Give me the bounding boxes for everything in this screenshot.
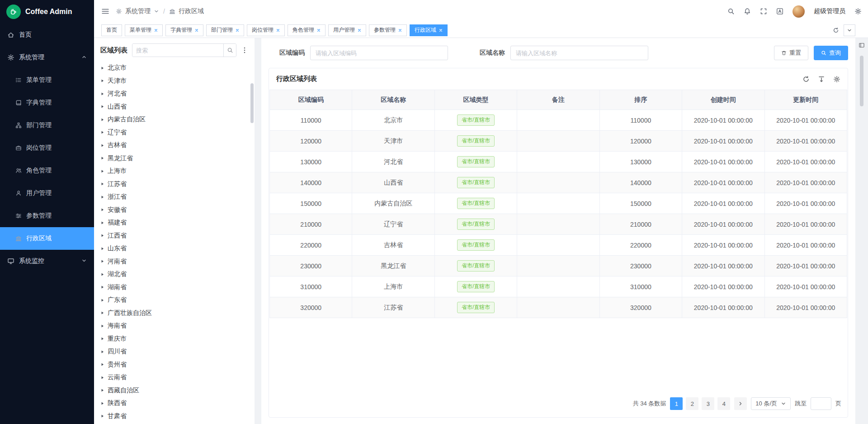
tree-scrollbar[interactable] <box>250 83 254 123</box>
table-row[interactable]: 140000 山西省 省市/直辖市 140000 2020-10-01 00:0… <box>270 172 847 193</box>
sidebar-item-post-mgmt[interactable]: 岗位管理 <box>0 137 94 159</box>
caret-right-icon[interactable] <box>100 143 104 148</box>
tab[interactable]: 参数管理 <box>369 24 407 36</box>
sidebar-item-dict-mgmt[interactable]: 字典管理 <box>0 91 94 114</box>
chevron-down-icon[interactable] <box>154 9 159 14</box>
tab[interactable]: 用户管理 <box>328 24 366 36</box>
caret-right-icon[interactable] <box>100 259 104 263</box>
tab-close-icon[interactable] <box>317 29 321 32</box>
tree-item[interactable]: 四川省 <box>96 345 255 358</box>
app-logo[interactable]: Coffee Admin <box>0 0 94 24</box>
column-settings-gear-icon[interactable] <box>833 76 840 83</box>
tab[interactable]: 菜单管理 <box>125 24 163 36</box>
table-row[interactable]: 120000 天津市 省市/直辖市 120000 2020-10-01 00:0… <box>270 131 847 152</box>
page-scrollbar[interactable] <box>860 56 863 106</box>
tree-item[interactable]: 山东省 <box>96 242 255 255</box>
translate-icon[interactable] <box>776 8 783 15</box>
breadcrumb-root[interactable]: 系统管理 <box>125 7 151 15</box>
tree-item[interactable]: 安徽省 <box>96 204 255 217</box>
caret-right-icon[interactable] <box>100 79 104 83</box>
sidebar-item-param-mgmt[interactable]: 参数管理 <box>0 205 94 227</box>
tree-search-input[interactable] <box>132 44 223 57</box>
tab-options-button[interactable] <box>844 24 855 36</box>
sidebar-group-system[interactable]: 系统管理 <box>0 46 94 69</box>
tab[interactable]: 字典管理 <box>165 24 203 36</box>
tab[interactable]: 行政区域 <box>410 24 448 36</box>
tree-item[interactable]: 河北省 <box>96 87 255 100</box>
table-row[interactable]: 320000 江苏省 省市/直辖市 320000 2020-10-01 00:0… <box>270 297 847 318</box>
sidebar-item-user-mgmt[interactable]: 用户管理 <box>0 182 94 205</box>
caret-right-icon[interactable] <box>100 362 104 367</box>
tree-item[interactable]: 陕西省 <box>96 397 255 410</box>
caret-right-icon[interactable] <box>100 221 104 225</box>
caret-right-icon[interactable] <box>100 169 104 173</box>
caret-right-icon[interactable] <box>100 92 104 96</box>
tree-item[interactable]: 吉林省 <box>96 139 255 152</box>
refresh-icon[interactable] <box>833 27 839 33</box>
tree-item[interactable]: 天津市 <box>96 75 255 88</box>
tree-item[interactable]: 重庆市 <box>96 333 255 346</box>
caret-right-icon[interactable] <box>100 337 104 341</box>
caret-right-icon[interactable] <box>100 105 104 109</box>
caret-right-icon[interactable] <box>100 247 104 251</box>
caret-right-icon[interactable] <box>100 272 104 276</box>
tab-close-icon[interactable] <box>195 29 198 32</box>
fullscreen-icon[interactable] <box>760 8 767 15</box>
sidebar-item-region[interactable]: 行政区域 <box>0 227 94 250</box>
settings-gear-icon[interactable] <box>854 8 862 15</box>
page-button[interactable]: 2 <box>686 397 698 410</box>
sidebar-item-dept-mgmt[interactable]: 部门管理 <box>0 114 94 137</box>
tree-item[interactable]: 辽宁省 <box>96 126 255 139</box>
caret-right-icon[interactable] <box>100 195 104 199</box>
caret-right-icon[interactable] <box>100 401 104 405</box>
tab-close-icon[interactable] <box>398 29 402 32</box>
table-row[interactable]: 310000 上海市 省市/直辖市 310000 2020-10-01 00:0… <box>270 276 847 297</box>
tab-close-icon[interactable] <box>154 29 158 32</box>
tree-item[interactable]: 山西省 <box>96 100 255 114</box>
user-avatar[interactable] <box>793 5 805 18</box>
tab-close-icon[interactable] <box>439 29 443 32</box>
sidebar-item-menu-mgmt[interactable]: 菜单管理 <box>0 69 94 91</box>
tree-item[interactable]: 内蒙古自治区 <box>96 113 255 126</box>
region-name-input[interactable] <box>510 46 648 60</box>
caret-right-icon[interactable] <box>100 208 104 212</box>
caret-right-icon[interactable] <box>100 376 104 380</box>
tab[interactable]: 岗位管理 <box>247 24 285 36</box>
sidebar-item-home[interactable]: 首页 <box>0 24 94 46</box>
table-row[interactable]: 230000 黑龙江省 省市/直辖市 230000 2020-10-01 00:… <box>270 256 847 276</box>
row-height-icon[interactable] <box>818 76 825 83</box>
tree-item[interactable]: 浙江省 <box>96 191 255 204</box>
caret-right-icon[interactable] <box>100 324 104 328</box>
tree-item[interactable]: 江西省 <box>96 229 255 243</box>
tree-item[interactable]: 河南省 <box>96 255 255 268</box>
tree-item[interactable]: 北京市 <box>96 62 255 75</box>
table-row[interactable]: 130000 河北省 省市/直辖市 130000 2020-10-01 00:0… <box>270 152 847 172</box>
tree-item[interactable]: 广东省 <box>96 294 255 307</box>
bell-icon[interactable] <box>744 8 751 15</box>
region-code-input[interactable] <box>310 46 448 60</box>
table-row[interactable]: 150000 内蒙古自治区 省市/直辖市 150000 2020-10-01 0… <box>270 193 847 214</box>
caret-right-icon[interactable] <box>100 298 104 302</box>
tree-item[interactable]: 贵州省 <box>96 358 255 372</box>
caret-right-icon[interactable] <box>100 350 104 354</box>
page-button[interactable]: 4 <box>717 397 730 410</box>
caret-right-icon[interactable] <box>100 233 104 238</box>
page-button[interactable]: 3 <box>702 397 714 410</box>
tree-item[interactable]: 广西壮族自治区 <box>96 307 255 320</box>
search-icon[interactable] <box>727 8 735 15</box>
page-size-select[interactable]: 10 条/页 <box>751 397 791 410</box>
next-page-button[interactable] <box>734 397 747 410</box>
tree-search-button[interactable] <box>223 44 236 57</box>
tab-close-icon[interactable] <box>236 29 239 32</box>
tab[interactable]: 角色管理 <box>288 24 326 36</box>
tree-item[interactable]: 福建省 <box>96 216 255 229</box>
layout-panel-icon[interactable] <box>859 42 865 48</box>
caret-right-icon[interactable] <box>100 182 104 186</box>
jump-page-input[interactable] <box>811 397 831 410</box>
tab-close-icon[interactable] <box>358 29 361 32</box>
caret-right-icon[interactable] <box>100 414 104 418</box>
caret-right-icon[interactable] <box>100 285 104 289</box>
collapse-sidebar-icon[interactable] <box>101 7 109 15</box>
refresh-icon[interactable] <box>802 76 810 83</box>
table-row[interactable]: 210000 辽宁省 省市/直辖市 210000 2020-10-01 00:0… <box>270 214 847 235</box>
